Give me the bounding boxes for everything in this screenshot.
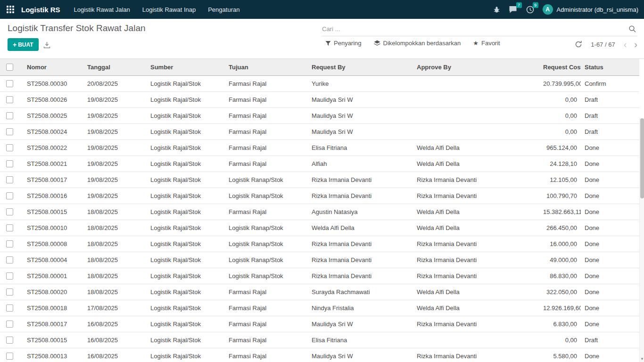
vertical-scrollbar[interactable]: ▼ [639,118,644,362]
cell-tujuan[interactable]: Logistik Ranap/Stok [225,220,308,236]
cell-tujuan[interactable]: Farmasi Rajal [225,107,308,123]
cell-tujuan[interactable]: Farmasi Rajal [225,91,308,107]
row-select-cell[interactable] [0,236,23,252]
menu-pengaturan[interactable]: Pengaturan [202,0,246,19]
cell-nomor[interactable]: ST2508.00015 [23,204,83,220]
cell-tujuan[interactable]: Logistik Ranap/Stok [225,252,308,268]
cell-tanggal[interactable]: 16/08/2025 [83,316,147,332]
cell-request-by[interactable]: Welda Alfi Della [308,220,413,236]
cell-sumber[interactable]: Logistik Rajal/Stok [147,236,225,252]
row-checkbox[interactable] [6,288,13,296]
cell-sumber[interactable]: Logistik Rajal/Stok [147,156,225,172]
cell-request-cost[interactable]: 86.830,00 [539,268,581,284]
cell-tanggal[interactable]: 20/08/2025 [83,75,147,91]
column-header-sumber[interactable]: Sumber [147,59,225,75]
row-checkbox[interactable] [6,321,13,328]
cell-request-by[interactable]: Yurike [308,75,413,91]
cell-approve-by[interactable] [413,75,539,91]
menu-logistik-rawat-inap[interactable]: Logistik Rawat Inap [136,0,202,19]
table-row[interactable]: ST2508.0001817/08/2025Logistik Rajal/Sto… [0,300,639,316]
cell-request-by[interactable]: Surayda Rachmawati [308,284,413,300]
cell-tanggal[interactable]: 18/08/2025 [83,236,147,252]
table-row[interactable]: ST2508.0002219/08/2025Logistik Rajal/Sto… [0,140,639,156]
cell-sumber[interactable]: Logistik Rajal/Stok [147,188,225,204]
cell-approve-by[interactable] [413,123,539,140]
cell-request-by[interactable]: Maulidya Sri W [308,107,413,123]
pager-prev-icon[interactable]: ‹ [624,40,627,49]
table-row[interactable]: ST2508.0002119/08/2025Logistik Rajal/Sto… [0,156,639,172]
row-checkbox[interactable] [6,272,13,280]
row-select-cell[interactable] [0,204,23,220]
cell-request-by[interactable]: Elisa Fitriana [308,332,413,348]
column-header-approve-by[interactable]: Approve By [413,59,539,75]
cell-request-by[interactable]: Agustin Natasiya [308,204,413,220]
cell-request-by[interactable]: Alfiah [308,156,413,172]
cell-status[interactable]: Done [581,172,639,188]
cell-nomor[interactable]: ST2508.00004 [23,252,83,268]
table-row[interactable]: ST2508.0000818/08/2025Logistik Rajal/Sto… [0,236,639,252]
table-row[interactable]: ST2508.0001516/08/2025Logistik Rajal/Sto… [0,332,639,348]
cell-request-cost[interactable]: 100.790,70 [539,188,581,204]
cell-status[interactable]: Done [581,140,639,156]
row-checkbox[interactable] [6,128,13,135]
cell-tujuan[interactable]: Logistik Ranap/Stok [225,268,308,284]
row-checkbox[interactable] [6,256,13,263]
cell-approve-by[interactable]: Welda Alfi Della [413,284,539,300]
cell-nomor[interactable]: ST2508.00016 [23,188,83,204]
row-select-cell[interactable] [0,75,23,91]
row-select-cell[interactable] [0,172,23,188]
cell-sumber[interactable]: Logistik Rajal/Stok [147,252,225,268]
cell-tanggal[interactable]: 19/08/2025 [83,140,147,156]
cell-status[interactable]: Done [581,268,639,284]
cell-nomor[interactable]: ST2508.00017 [23,172,83,188]
cell-status[interactable]: Done [581,220,639,236]
cell-approve-by[interactable] [413,332,539,348]
cell-request-cost[interactable]: 12.105,00 [539,172,581,188]
row-select-cell[interactable] [0,252,23,268]
row-checkbox[interactable] [6,176,13,183]
column-header-status[interactable]: Status [581,59,639,75]
table-row[interactable]: ST2508.0002018/08/2025Logistik Rajal/Sto… [0,284,639,300]
cell-request-cost[interactable]: 20.739.995,00 [539,75,581,91]
cell-sumber[interactable]: Logistik Rajal/Stok [147,91,225,107]
cell-nomor[interactable]: ST2508.00026 [23,91,83,107]
cell-request-by[interactable]: Maulidya Sri W [308,348,413,362]
row-checkbox[interactable] [6,304,13,312]
cell-tanggal[interactable]: 19/08/2025 [83,172,147,188]
cell-nomor[interactable]: ST2508.00015 [23,332,83,348]
cell-sumber[interactable]: Logistik Rajal/Stok [147,140,225,156]
cell-nomor[interactable]: ST2508.00010 [23,220,83,236]
table-row[interactable]: ST2508.0002519/08/2025Logistik Rajal/Sto… [0,107,639,123]
cell-status[interactable]: Draft [581,332,639,348]
cell-sumber[interactable]: Logistik Rajal/Stok [147,204,225,220]
cell-approve-by[interactable]: Rizka Irmania Devanti [413,172,539,188]
row-select-cell[interactable] [0,316,23,332]
cell-sumber[interactable]: Logistik Rajal/Stok [147,75,225,91]
cell-nomor[interactable]: ST2508.00008 [23,236,83,252]
cell-approve-by[interactable]: Rizka Irmania Devanti [413,252,539,268]
cell-request-cost[interactable]: 0,00 [539,123,581,140]
cell-tujuan[interactable]: Farmasi Rajal [225,140,308,156]
table-row[interactable]: ST2508.0000418/08/2025Logistik Rajal/Sto… [0,252,639,268]
cell-tujuan[interactable]: Farmasi Rajal [225,300,308,316]
cell-request-cost[interactable]: 0,00 [539,107,581,123]
cell-request-cost[interactable]: 15.382.663,11 [539,204,581,220]
table-row[interactable]: ST2508.0001518/08/2025Logistik Rajal/Sto… [0,204,639,220]
cell-approve-by[interactable]: Rizka Irmania Devanti [413,236,539,252]
row-select-cell[interactable] [0,107,23,123]
column-header-tanggal[interactable]: Tanggal [83,59,147,75]
select-all-cell[interactable] [0,59,23,75]
cell-tanggal[interactable]: 18/08/2025 [83,268,147,284]
row-checkbox[interactable] [6,240,13,247]
cell-approve-by[interactable]: Rizka Irmania Devanti [413,316,539,332]
cell-request-by[interactable]: Rizka Irmania Devanti [308,236,413,252]
cell-tujuan[interactable]: Farmasi Rajal [225,156,308,172]
group-by-button[interactable]: Dikelompokkan berdasarkan [374,40,461,47]
cell-tanggal[interactable]: 19/08/2025 [83,91,147,107]
cell-approve-by[interactable]: Welda Alfi Della [413,156,539,172]
row-select-cell[interactable] [0,348,23,362]
cell-nomor[interactable]: ST2508.00013 [23,348,83,362]
cell-tanggal[interactable]: 16/08/2025 [83,348,147,362]
pager-next-icon[interactable]: › [634,40,637,49]
row-select-cell[interactable] [0,91,23,107]
